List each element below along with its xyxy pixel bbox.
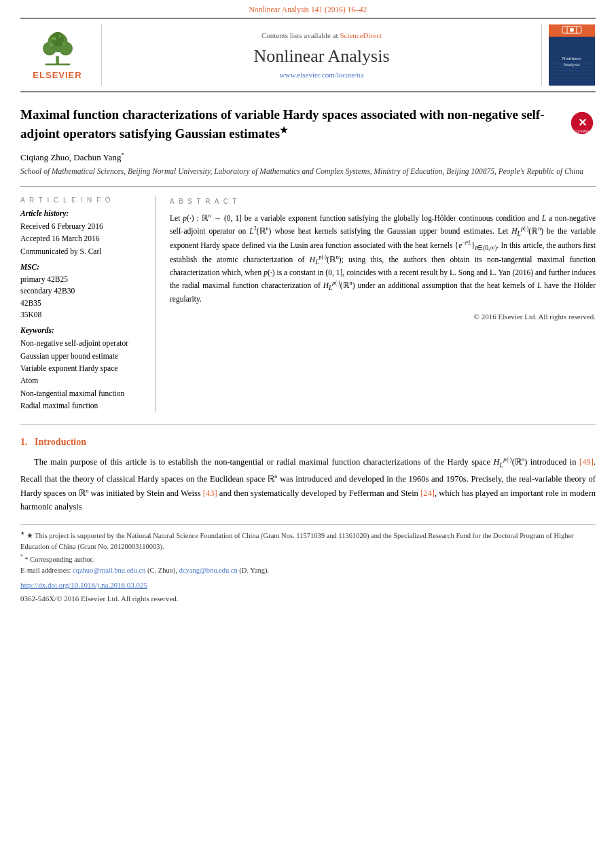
crossmark-box[interactable]: ✕ CrossMark: [568, 109, 596, 137]
article-columns: A R T I C L E I N F O Article history: R…: [20, 186, 596, 412]
abstract-header: A B S T R A C T: [170, 196, 596, 207]
email-line: E-mail addresses: cqzhuo@mail.bnu.edu.cn…: [20, 565, 596, 577]
intro-paragraph: The main purpose of this article is to e…: [20, 454, 596, 514]
keyword-1: Non-negative self-adjoint operator: [20, 337, 146, 349]
svg-text:✕: ✕: [578, 116, 587, 128]
svg-rect-0: [56, 56, 59, 65]
ref-49: [49]: [579, 458, 594, 467]
affiliation-text: School of Mathematical Sciences, Beijing…: [20, 166, 596, 177]
footer-divider: [20, 524, 596, 525]
project-note: ★ ★ This project is supported by the Nat…: [20, 529, 596, 553]
journal-title-center: Contents lists available at ScienceDirec…: [102, 24, 541, 86]
doi-line[interactable]: http://dx.doi.org/10.1016/j.na.2016.03.0…: [20, 579, 596, 592]
svg-point-7: [58, 35, 61, 37]
received-date: Received 6 February 2016: [20, 220, 146, 232]
section-divider: [20, 424, 596, 425]
svg-point-13: [570, 28, 574, 32]
article-history-label: Article history:: [20, 209, 146, 217]
msc-secondary: secondary 42B30: [20, 285, 146, 297]
keyword-4: Atom: [20, 374, 146, 387]
elsevier-logo-box: ELSEVIER: [20, 24, 102, 86]
issn-line: 0362-546X/© 2016 Elsevier Ltd. All right…: [20, 593, 596, 605]
intro-section-title: 1. Introduction: [20, 437, 596, 448]
cover-top-strip: [549, 24, 595, 37]
authors-line: Ciqiang Zhuo, Dachun Yang*: [20, 151, 596, 163]
msc-item-1: 42B35: [20, 298, 146, 309]
svg-point-9: [62, 42, 65, 45]
sciencedirect-link[interactable]: ScienceDirect: [340, 31, 382, 39]
introduction-section: 1. Introduction The main purpose of this…: [20, 437, 596, 514]
accepted-date: Accepted 16 March 2016: [20, 232, 146, 245]
footnote-area: ★ ★ This project is supported by the Nat…: [0, 529, 616, 605]
journal-url-link[interactable]: www.elsevier.com/locate/na: [280, 71, 364, 79]
ref-24: [24]: [420, 488, 435, 498]
communicated-by: Communicated by S. Carl: [20, 245, 146, 257]
journal-header: ELSEVIER Contents lists available at Sci…: [20, 18, 596, 92]
corresponding-note: * * Corresponding author.: [20, 553, 596, 565]
cover-top-text: [562, 25, 582, 36]
email2-link[interactable]: dcyang@bnu.edu.cn: [179, 567, 238, 574]
contents-available-text: Contents lists available at ScienceDirec…: [261, 31, 382, 39]
keyword-3: Variable exponent Hardy space: [20, 362, 146, 374]
email1-link[interactable]: cqzhuo@mail.bnu.edu.cn: [73, 567, 145, 574]
article-info-column: A R T I C L E I N F O Article history: R…: [20, 196, 156, 412]
svg-rect-1: [45, 64, 70, 66]
article-info-header: A R T I C L E I N F O: [20, 196, 146, 204]
keyword-5: Non-tangential maximal function: [20, 387, 146, 399]
msc-primary: primary 42B25: [20, 274, 146, 285]
abstract-column: A B S T R A C T Let p(·) : ℝn → (0, 1] b…: [170, 196, 596, 412]
author-names: Ciqiang Zhuo, Dachun Yang*: [20, 152, 124, 162]
abstract-text: Let p(·) : ℝn → (0, 1] be a variable exp…: [170, 212, 596, 306]
journal-reference-bar: Nonlinear Analysis 141 (2016) 16–42: [0, 0, 616, 18]
cover-box: Nonlinear Analysis: [549, 24, 595, 86]
keywords-label: Keywords:: [20, 326, 146, 334]
page-wrapper: Nonlinear Analysis 141 (2016) 16–42: [0, 0, 616, 841]
keyword-6: Radial maximal function: [20, 399, 146, 412]
title-star: ★: [280, 125, 288, 135]
copyright-text: © 2016 Elsevier Ltd. All rights reserved…: [170, 311, 596, 323]
elsevier-label: ELSEVIER: [33, 70, 81, 80]
paper-title-section: Maximal function characterizations of va…: [20, 106, 596, 143]
elsevier-tree-logo: [31, 30, 85, 67]
journal-cover-image: Nonlinear Analysis: [541, 24, 596, 86]
crossmark-icon: ✕ CrossMark: [570, 111, 594, 135]
paper-title: Maximal function characterizations of va…: [20, 106, 562, 143]
journal-ref-text: Nonlinear Analysis 141 (2016) 16–42: [249, 5, 367, 14]
svg-point-6: [52, 37, 56, 41]
msc-label: MSC:: [20, 263, 146, 271]
msc-item-2: 35K08: [20, 309, 146, 321]
ref-43: [43]: [203, 488, 217, 498]
journal-main-title: Nonlinear Analysis: [253, 46, 389, 67]
keyword-2: Gaussian upper bound estimate: [20, 350, 146, 362]
svg-text:CrossMark: CrossMark: [575, 130, 590, 133]
author-star-sup: *: [121, 151, 124, 158]
svg-point-8: [50, 43, 53, 47]
paper-content: Maximal function characterizations of va…: [20, 92, 596, 514]
